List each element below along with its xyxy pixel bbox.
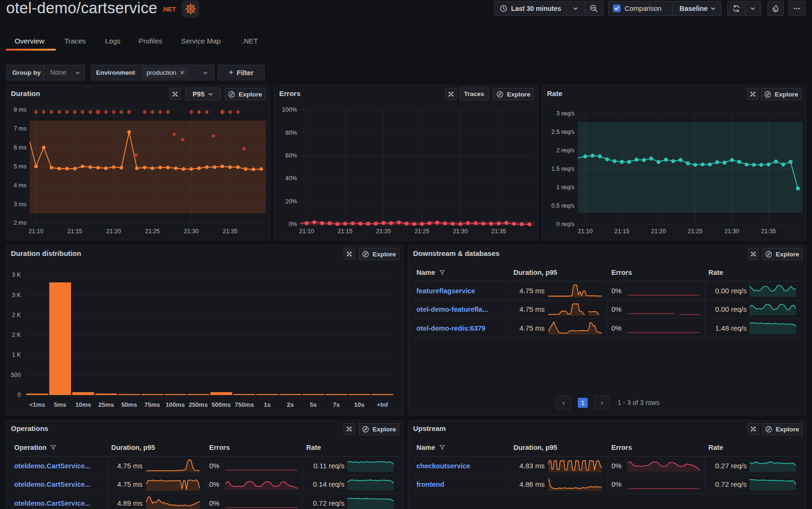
svg-text:75ms: 75ms (144, 401, 160, 408)
svg-text:0%: 0% (289, 221, 297, 228)
svg-text:2 K: 2 K (12, 332, 21, 338)
svg-text:5ms: 5ms (54, 401, 66, 408)
svg-text:+Inf: +Inf (377, 401, 388, 408)
svg-text:10s: 10s (354, 401, 364, 408)
svg-text:100ms: 100ms (166, 401, 185, 408)
svg-text:0: 0 (18, 392, 21, 398)
svg-text:7s: 7s (333, 401, 339, 408)
svg-text:2 req/s: 2 req/s (556, 147, 574, 154)
svg-text:1.5 req/s: 1.5 req/s (551, 166, 574, 172)
svg-text:<1ms: <1ms (29, 401, 45, 408)
svg-text:5s: 5s (310, 401, 317, 408)
svg-text:2 ms: 2 ms (14, 219, 26, 226)
svg-text:20%: 20% (285, 198, 297, 205)
svg-text:1s: 1s (264, 401, 271, 408)
svg-text:21:25: 21:25 (688, 228, 702, 235)
svg-text:8 ms: 8 ms (14, 106, 26, 113)
svg-text:60%: 60% (285, 152, 297, 159)
svg-text:2s: 2s (287, 401, 293, 408)
svg-text:21:25: 21:25 (145, 228, 159, 235)
svg-text:21:15: 21:15 (338, 228, 353, 235)
svg-text:5 ms: 5 ms (14, 163, 26, 170)
svg-text:21:15: 21:15 (67, 228, 82, 235)
svg-text:80%: 80% (285, 130, 297, 136)
svg-text:21:35: 21:35 (223, 228, 238, 235)
svg-text:21:10: 21:10 (299, 228, 314, 235)
svg-text:1 req/s: 1 req/s (556, 184, 574, 191)
svg-text:0.5 req/s: 0.5 req/s (551, 202, 574, 209)
svg-text:3 K: 3 K (12, 272, 21, 278)
svg-text:100%: 100% (282, 106, 297, 113)
svg-text:250ms: 250ms (189, 401, 208, 408)
svg-text:3 req/s: 3 req/s (556, 110, 574, 117)
svg-text:2.5 req/s: 2.5 req/s (551, 129, 574, 135)
svg-text:21:10: 21:10 (28, 228, 43, 235)
svg-text:21:30: 21:30 (184, 228, 199, 235)
svg-text:21:20: 21:20 (376, 228, 391, 235)
svg-text:750ms: 750ms (235, 401, 254, 408)
svg-text:21:20: 21:20 (106, 228, 121, 235)
svg-text:7 ms: 7 ms (14, 125, 26, 132)
svg-text:21:15: 21:15 (615, 228, 629, 235)
svg-text:10ms: 10ms (75, 401, 91, 408)
svg-text:2 K: 2 K (12, 312, 21, 318)
svg-text:1 K: 1 K (12, 351, 21, 358)
svg-text:21:35: 21:35 (491, 228, 506, 235)
svg-text:21:35: 21:35 (761, 228, 776, 235)
svg-text:21:20: 21:20 (651, 228, 666, 235)
svg-text:40%: 40% (285, 175, 297, 182)
svg-text:21:30: 21:30 (724, 228, 739, 235)
svg-text:4 ms: 4 ms (14, 182, 26, 189)
svg-text:500: 500 (11, 372, 21, 378)
svg-text:21:25: 21:25 (415, 228, 429, 235)
svg-text:3 ms: 3 ms (14, 201, 26, 208)
svg-text:21:30: 21:30 (453, 228, 468, 235)
svg-text:6 ms: 6 ms (14, 144, 26, 151)
svg-text:3 K: 3 K (12, 292, 21, 298)
svg-text:0 req/s: 0 req/s (556, 221, 574, 228)
svg-text:21:10: 21:10 (578, 228, 592, 235)
svg-text:500ms: 500ms (212, 401, 230, 408)
svg-text:50ms: 50ms (121, 401, 137, 408)
svg-text:25ms: 25ms (98, 401, 114, 408)
